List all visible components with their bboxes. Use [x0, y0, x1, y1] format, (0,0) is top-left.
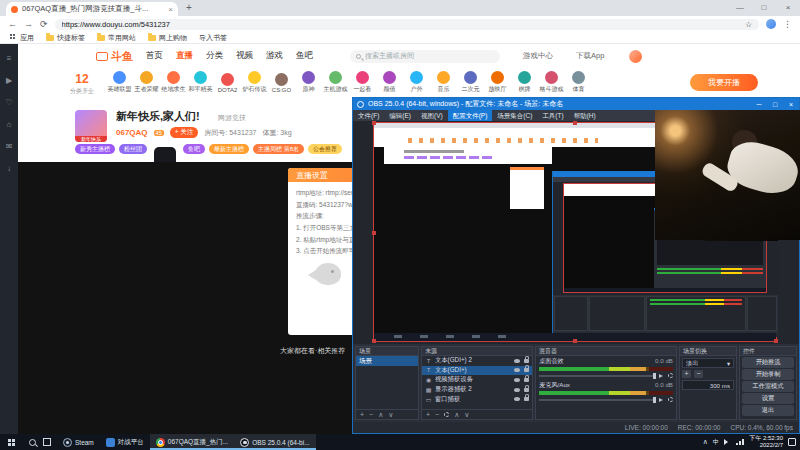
remove-scene-icon[interactable]: −: [369, 411, 373, 418]
fanclub-badge[interactable]: 粉丝团: [119, 144, 147, 154]
bookmark-item[interactable]: 常用网站: [97, 33, 136, 43]
exit-button[interactable]: 退出: [742, 405, 794, 416]
visibility-eye-icon[interactable]: [514, 359, 520, 363]
user-avatar[interactable]: [629, 50, 642, 63]
streamer-avatar[interactable]: 新年快乐: [75, 110, 107, 142]
category-item[interactable]: 体育: [565, 71, 592, 94]
live-icon[interactable]: ▶: [6, 76, 12, 85]
reload-icon[interactable]: ⟳: [40, 19, 48, 29]
network-icon[interactable]: [736, 439, 744, 445]
add-source-icon[interactable]: +: [426, 411, 430, 418]
selection-handle[interactable]: [372, 121, 376, 125]
category-item[interactable]: DOTA2: [214, 73, 241, 93]
category-item[interactable]: 和平精英: [187, 71, 214, 94]
source-up-icon[interactable]: ∧: [454, 411, 459, 419]
guild-badge[interactable]: 公会推荐: [308, 144, 342, 154]
volume-slider[interactable]: [539, 399, 656, 401]
volume-slider[interactable]: [539, 375, 656, 377]
new-tab-button[interactable]: +: [186, 2, 192, 13]
speaker-icon[interactable]: [659, 374, 665, 378]
lock-icon[interactable]: [524, 388, 529, 392]
lock-icon[interactable]: [524, 397, 529, 401]
category-item[interactable]: 绝地求生: [160, 71, 187, 94]
lock-icon[interactable]: [524, 359, 529, 363]
scene-down-icon[interactable]: ∨: [388, 411, 393, 419]
category-item[interactable]: 原神: [295, 71, 322, 94]
bookmark-star-icon[interactable]: ☆: [745, 20, 752, 29]
home-icon[interactable]: ⌂: [7, 120, 12, 129]
forward-icon[interactable]: →: [24, 19, 33, 29]
obs-maximize-icon[interactable]: □: [767, 101, 783, 108]
source-row[interactable]: ▭窗口捕获: [422, 394, 532, 404]
source-properties-gear-icon[interactable]: [444, 412, 449, 417]
add-transition-icon[interactable]: +: [682, 370, 691, 378]
obs-titlebar[interactable]: OBS 25.0.4 (64-bit, windows) - 配置文件: 未命名…: [353, 98, 799, 110]
transition-duration[interactable]: 300 ms: [682, 380, 734, 390]
bookmark-import[interactable]: 导入书签: [199, 33, 227, 43]
latest-rank-badge[interactable]: 最新主播榜: [209, 144, 249, 154]
visibility-eye-icon[interactable]: [514, 397, 520, 401]
menu-icon[interactable]: ≡: [7, 54, 12, 63]
category-item[interactable]: 音乐: [430, 71, 457, 94]
back-icon[interactable]: ←: [8, 19, 17, 29]
browser-minimize-icon[interactable]: —: [728, 0, 752, 16]
source-row-selected[interactable]: T文本(GDI+): [422, 366, 532, 376]
menu-tools[interactable]: 工具(T): [537, 110, 568, 121]
clock[interactable]: 下午 2:52:30 2022/2/7: [749, 435, 783, 450]
taskbar-search-icon[interactable]: [29, 439, 36, 446]
taskbar-app-platform[interactable]: 对战平台: [100, 434, 150, 450]
remove-source-icon[interactable]: −: [435, 411, 439, 418]
speaker-icon[interactable]: [659, 398, 665, 402]
lock-icon[interactable]: [524, 368, 529, 372]
nav-yuba[interactable]: 鱼吧: [296, 50, 313, 62]
scene-item[interactable]: 场景: [356, 356, 418, 366]
bookmark-apps[interactable]: 应用: [10, 33, 34, 43]
game-center-link[interactable]: 游戏中心: [523, 51, 553, 61]
download-app-link[interactable]: 下载App: [576, 51, 604, 61]
nav-video[interactable]: 视频: [236, 50, 253, 62]
menu-edit[interactable]: 编辑(E): [384, 110, 416, 121]
channel-gear-icon[interactable]: [668, 373, 673, 378]
menu-help[interactable]: 帮助(H): [569, 110, 601, 121]
follow-icon[interactable]: ♡: [5, 98, 12, 107]
category-item[interactable]: 王者荣耀: [133, 71, 160, 94]
settings-button[interactable]: 设置: [742, 393, 794, 404]
obs-close-icon[interactable]: ×: [783, 101, 799, 108]
selection-handle[interactable]: [573, 339, 577, 343]
douyu-logo[interactable]: 斗鱼: [96, 49, 133, 64]
category-item[interactable]: 炉石传说: [241, 71, 268, 94]
taskbar-app-chrome[interactable]: 067QAQ直播_热门...: [150, 434, 234, 450]
visibility-eye-icon[interactable]: [514, 388, 520, 392]
remove-transition-icon[interactable]: −: [694, 370, 703, 378]
category-item[interactable]: 英雄联盟: [106, 71, 133, 94]
tab-close-icon[interactable]: ×: [168, 5, 173, 14]
ime-indicator[interactable]: 中: [713, 438, 720, 447]
browser-close-icon[interactable]: ×: [776, 0, 800, 16]
notification-center-icon[interactable]: [788, 438, 796, 446]
selection-handle[interactable]: [372, 231, 376, 235]
source-down-icon[interactable]: ∨: [464, 411, 469, 419]
channel-gear-icon[interactable]: [668, 397, 673, 402]
follow-button[interactable]: + 关注: [170, 127, 199, 138]
source-row[interactable]: T文本(GDI+) 2: [422, 356, 532, 366]
browser-tab[interactable]: 067QAQ直播_热门网游竞技直播_斗... ×: [6, 2, 178, 16]
visibility-eye-icon[interactable]: [514, 378, 520, 382]
yuba-badge[interactable]: 鱼吧: [183, 144, 205, 154]
browser-maximize-icon[interactable]: □: [752, 0, 776, 16]
tray-expand-icon[interactable]: ∧: [703, 438, 708, 446]
download-icon[interactable]: ↓: [7, 164, 11, 173]
bookmark-item[interactable]: 网上购物: [148, 33, 187, 43]
transition-select[interactable]: 淡出▾: [682, 358, 734, 368]
nav-live[interactable]: 直播: [176, 50, 193, 62]
scene-up-icon[interactable]: ∧: [378, 411, 383, 419]
menu-view[interactable]: 视图(V): [416, 110, 448, 121]
start-streaming-button[interactable]: 开始推流: [742, 357, 794, 368]
profile-avatar[interactable]: [766, 19, 776, 29]
start-recording-button[interactable]: 开始录制: [742, 369, 794, 380]
menu-scene-collection[interactable]: 场景集合(C): [492, 110, 537, 121]
category-item[interactable]: 二次元: [457, 71, 484, 94]
category-item[interactable]: 主机游戏: [322, 71, 349, 94]
add-scene-icon[interactable]: +: [360, 411, 364, 418]
category-item[interactable]: 放映厅: [484, 71, 511, 94]
bookmark-item[interactable]: 快捷标签: [46, 33, 85, 43]
